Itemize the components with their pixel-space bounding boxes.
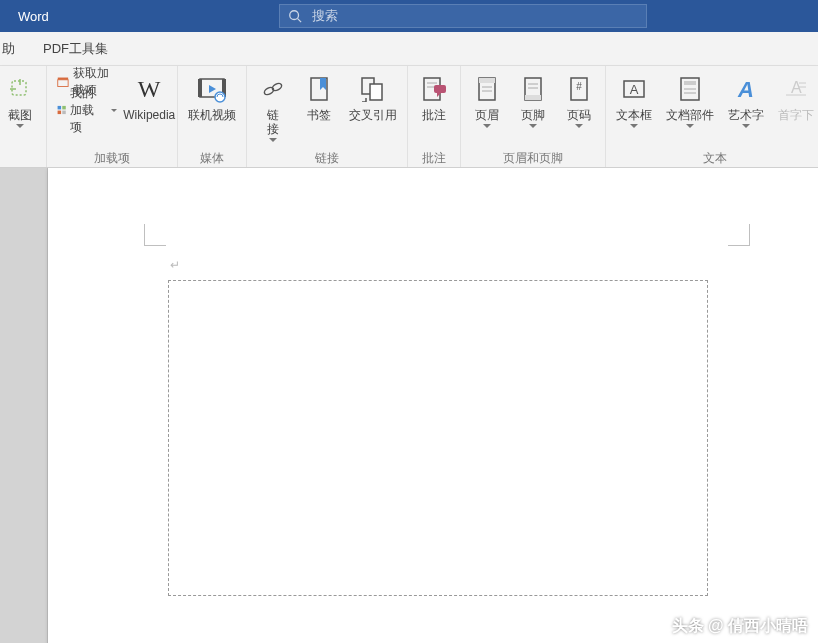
search-box[interactable]: 搜索 <box>279 4 647 28</box>
my-addins-label: 我的加载项 <box>70 85 105 136</box>
svg-marker-15 <box>209 85 216 93</box>
svg-rect-8 <box>62 106 66 110</box>
svg-rect-13 <box>198 79 202 97</box>
svg-rect-31 <box>525 95 541 100</box>
svg-point-0 <box>290 11 299 20</box>
wordart-label: 艺术字 <box>728 108 764 122</box>
app-title: Word <box>18 9 49 24</box>
online-video-button[interactable]: 联机视频 <box>184 70 240 148</box>
store-icon <box>57 74 69 90</box>
quickparts-button[interactable]: 文档部件 <box>662 70 718 148</box>
svg-rect-6 <box>58 78 68 80</box>
screenshot-icon <box>10 79 30 99</box>
margin-marker-tr <box>728 224 750 246</box>
parts-icon <box>679 76 701 102</box>
group-addins-label: 加载项 <box>53 148 171 167</box>
svg-text:#: # <box>576 81 582 92</box>
group-headerfooter-label: 页眉和页脚 <box>467 148 599 167</box>
svg-text:A: A <box>630 82 639 97</box>
group-links: 链接 书签 交叉引用 链接 <box>247 66 408 167</box>
chevron-down-icon <box>529 124 537 128</box>
pagenum-label: 页码 <box>567 108 591 122</box>
wikipedia-icon: W <box>134 77 164 101</box>
video-icon <box>198 75 226 103</box>
watermark-text: 头条 @ 倩西小晴唔 <box>672 616 809 637</box>
chevron-down-icon <box>742 124 750 128</box>
footer-label: 页脚 <box>521 108 545 122</box>
screenshot-label: 截图 <box>8 108 32 122</box>
chevron-down-icon <box>16 124 24 128</box>
group-text: A 文本框 文档部件 A 艺术字 A <box>606 66 818 167</box>
paragraph-mark: ↵ <box>170 258 180 272</box>
svg-point-18 <box>271 82 283 92</box>
hyperlink-label: 链接 <box>259 108 287 136</box>
quickparts-label: 文档部件 <box>666 108 714 122</box>
tabbar: 助 PDF工具集 <box>0 32 818 66</box>
search-icon <box>288 9 302 23</box>
svg-text:A: A <box>737 77 754 102</box>
footer-button[interactable]: 页脚 <box>513 70 553 148</box>
svg-rect-27 <box>479 78 495 83</box>
chevron-down-icon <box>630 124 638 128</box>
footer-icon <box>523 76 543 102</box>
tab-partial[interactable]: 助 <box>2 32 29 66</box>
header-button[interactable]: 页眉 <box>467 70 507 148</box>
header-label: 页眉 <box>475 108 499 122</box>
screenshot-button[interactable]: 截图 <box>0 70 40 148</box>
left-margin <box>0 168 48 643</box>
svg-rect-39 <box>684 81 696 85</box>
svg-rect-25 <box>434 85 446 93</box>
pagenum-button[interactable]: # 页码 <box>559 70 599 148</box>
inserted-textbox[interactable] <box>168 280 708 596</box>
pagenum-icon: # <box>569 76 589 102</box>
dropcap-label: 首字下 <box>778 108 814 122</box>
group-links-label: 链接 <box>253 148 401 167</box>
svg-rect-21 <box>370 84 382 100</box>
my-addins-button[interactable]: 我的加载项 <box>53 98 121 122</box>
crossref-label: 交叉引用 <box>349 108 397 122</box>
chevron-down-icon <box>111 109 117 112</box>
group-comments: 批注 批注 <box>408 66 461 167</box>
crossref-button[interactable]: 交叉引用 <box>345 70 401 148</box>
search-placeholder: 搜索 <box>312 7 338 25</box>
document-page[interactable]: ↵ <box>48 168 818 643</box>
group-addins: 获取加载项 我的加载项 W Wikipedia 加载项 <box>47 66 178 167</box>
chevron-down-icon <box>686 124 694 128</box>
wikipedia-label: Wikipedia <box>123 108 175 122</box>
titlebar: Word 搜索 <box>0 0 818 32</box>
svg-line-1 <box>297 19 301 23</box>
textbox-button[interactable]: A 文本框 <box>612 70 656 148</box>
tab-pdf-tools[interactable]: PDF工具集 <box>29 32 122 66</box>
comment-button[interactable]: 批注 <box>414 70 454 148</box>
wordart-button[interactable]: A 艺术字 <box>724 70 768 148</box>
svg-rect-5 <box>58 80 68 87</box>
group-headerfooter: 页眉 页脚 # 页码 页眉和页脚 <box>461 66 606 167</box>
comment-icon <box>421 76 447 102</box>
chevron-down-icon <box>483 124 491 128</box>
group-media-label: 媒体 <box>184 148 240 167</box>
margin-marker-tl <box>144 224 166 246</box>
chevron-down-icon <box>269 138 277 142</box>
svg-rect-2 <box>12 81 26 95</box>
crossref-icon <box>360 76 386 102</box>
hyperlink-button[interactable]: 链接 <box>253 70 293 148</box>
dropcap-button[interactable]: A 首字下 <box>774 70 818 148</box>
header-icon <box>477 76 497 102</box>
textbox-label: 文本框 <box>616 108 652 122</box>
bookmark-icon <box>308 76 330 102</box>
chevron-down-icon <box>575 124 583 128</box>
online-video-label: 联机视频 <box>188 108 236 122</box>
group-comments-label: 批注 <box>414 148 454 167</box>
document-area: ↵ 头条 @ 倩西小晴唔 <box>0 168 818 643</box>
bookmark-button[interactable]: 书签 <box>299 70 339 148</box>
dropcap-icon: A <box>784 77 808 101</box>
comment-label: 批注 <box>422 108 446 122</box>
group-text-label: 文本 <box>612 148 818 167</box>
svg-rect-9 <box>58 111 62 115</box>
svg-rect-7 <box>58 106 62 110</box>
bookmark-label: 书签 <box>307 108 331 122</box>
wordart-icon: A <box>733 76 759 102</box>
link-icon <box>261 77 285 101</box>
wikipedia-button[interactable]: W Wikipedia <box>127 70 171 148</box>
group-screenshot-partial: 截图 <box>0 66 47 167</box>
